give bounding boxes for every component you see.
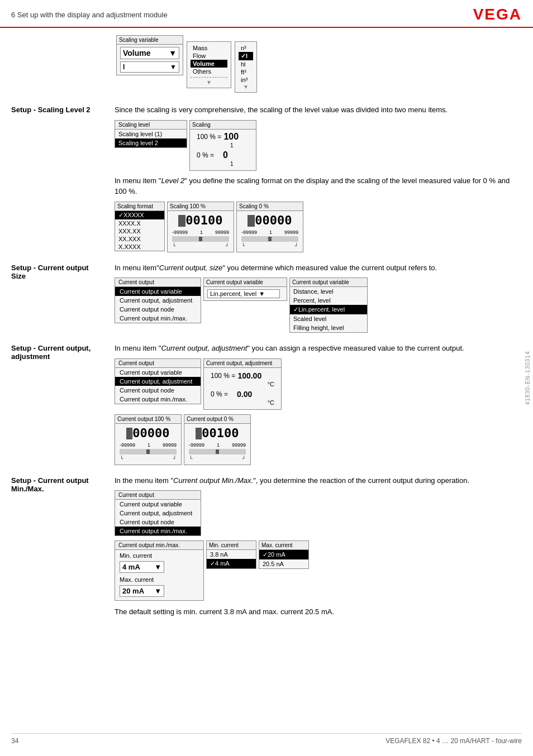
- variable-dropdown-content: Lin.percent, level ▼: [204, 287, 287, 300]
- scaling-level-box: Scaling level Scaling level (1) Scaling …: [115, 120, 187, 148]
- c0-min: -99999: [189, 442, 204, 448]
- adj-item-node[interactable]: Current output node: [115, 386, 201, 395]
- scaling-100-slider[interactable]: [172, 236, 229, 242]
- scaling-0-slider[interactable]: [241, 236, 298, 242]
- min-current-dropdown[interactable]: 4 mA ▼: [115, 560, 203, 574]
- adj-row2-unit: °C: [211, 399, 274, 406]
- min-current-option-38[interactable]: 3.8 nA: [207, 550, 256, 559]
- max-current-dropdown-box[interactable]: 20 mA ▼: [120, 585, 164, 597]
- units-content: n³ ✓l hl ft³ in³ ▼: [235, 42, 256, 92]
- scaling-format-boxes: Scaling format ✓XXXXX XXXX.X XXX.XX XX.X…: [115, 202, 522, 252]
- format-item-1[interactable]: XXXX.X: [115, 219, 164, 227]
- scaling-100-max: 99999: [215, 229, 229, 235]
- scaling-0-title: Scaling 0 %: [237, 202, 303, 211]
- scaling-level2-desc2: In menu item "Level 2" you define the sc…: [115, 175, 522, 197]
- scaling-variable-box: Scaling variable Volume ▼ I ▼: [116, 35, 183, 75]
- scaling-format-box: Scaling format ✓XXXXX XXXX.X XXX.XX XX.X…: [115, 202, 165, 251]
- menu-item-mass[interactable]: Mass: [191, 44, 227, 52]
- min-current-label: Min. current: [115, 550, 203, 560]
- c100-thumb: [146, 449, 150, 454]
- page-header: 6 Set up with the display and adjustment…: [0, 0, 533, 28]
- corner-0-br: ┘: [295, 243, 298, 248]
- section-body-current-output-size: In menu item"Current output, size" you d…: [115, 262, 522, 333]
- second-dropdown[interactable]: I ▼: [120, 61, 179, 73]
- current-output-item-minmax[interactable]: Current output min./max.: [115, 314, 201, 323]
- minmax-item-variable[interactable]: Current output variable: [115, 500, 201, 509]
- scaling-level-item1[interactable]: Scaling level (1): [115, 130, 187, 138]
- format-selected[interactable]: ✓XXXXX: [115, 211, 164, 219]
- min-current-option-4-selected[interactable]: ✓4 mA: [207, 559, 256, 568]
- minmax-item-minmax-selected[interactable]: Current output min./max.: [115, 527, 201, 535]
- c100-sub: 1: [147, 442, 150, 448]
- menu-item-flow[interactable]: Flow: [191, 52, 227, 60]
- formula-row2-sub: 1: [230, 161, 249, 167]
- current-0-slider-labels: -99999 1 99999: [189, 442, 246, 448]
- section-body-current-output-minmax: In the menu item "Current output Min./Ma…: [115, 475, 522, 622]
- scaling-variable-title: Scaling variable: [117, 36, 183, 45]
- current-output-adjustment-boxes: Current output Current output variable C…: [115, 358, 522, 410]
- scaling-0-min: -99999: [241, 229, 257, 235]
- volume-dropdown[interactable]: Volume ▼: [120, 47, 179, 59]
- format-item-2[interactable]: XXX.XX: [115, 227, 164, 235]
- variable-selector-value: Lin.percent, level: [210, 290, 256, 297]
- current-output-minmax-italic: Current output Min./Max.: [173, 476, 253, 485]
- scaling-level2-boxes: Scaling level Scaling level (1) Scaling …: [115, 120, 522, 171]
- var-list-item-linpercent-selected[interactable]: ✓Lin.percent, level: [290, 305, 367, 314]
- var-list-item-filling[interactable]: Filling height, level: [290, 323, 367, 332]
- max-current-dropdown[interactable]: 20 mA ▼: [115, 584, 203, 600]
- section-label-current-output-adjustment: Setup - Current output, adjustment: [11, 343, 115, 361]
- current-0-slider[interactable]: [189, 449, 246, 454]
- format-item-4[interactable]: X.XXXX: [115, 243, 164, 251]
- unit-in3[interactable]: in³: [239, 76, 253, 84]
- c100-corners: └┘: [120, 456, 177, 461]
- scaling-100-title: Scaling 100 %: [168, 202, 234, 211]
- minmax-item-node[interactable]: Current output node: [115, 518, 201, 527]
- var-list-item-distance[interactable]: Distance, level: [290, 287, 367, 296]
- max-current-option-205[interactable]: 20.5 nA: [259, 559, 308, 568]
- minmax-item-adjustment[interactable]: Current output, adjustment: [115, 509, 201, 518]
- current-100-slider[interactable]: [120, 449, 177, 454]
- section-label-current-output-size: Setup - Current output Size: [11, 262, 115, 280]
- adj-item-adjustment-selected[interactable]: Current output, adjustment: [115, 377, 201, 386]
- scaling-level-item2-selected[interactable]: Scaling level 2: [115, 138, 187, 147]
- unit-hl[interactable]: hl: [239, 60, 253, 68]
- menu-item-others[interactable]: Others: [191, 68, 227, 75]
- current-output-item-adjustment[interactable]: Current output, adjustment: [115, 296, 201, 305]
- plus-icon-0: ■: [248, 215, 255, 227]
- var-list-item-percent[interactable]: Percent, level: [290, 296, 367, 305]
- c0-thumb: [216, 449, 219, 454]
- adj-item-minmax[interactable]: Current output min./max.: [115, 395, 201, 404]
- unit-n3[interactable]: n³: [239, 44, 253, 52]
- corner-br: ┘: [226, 243, 229, 248]
- product-name: VEGAFLEX 82 • 4 … 20 mA/HART - four-wire: [386, 737, 522, 745]
- min-current-dropdown-box[interactable]: 4 mA ▼: [120, 561, 164, 573]
- current-output-item-variable-selected[interactable]: Current output variable: [115, 287, 201, 296]
- variable-selector-arrow: ▼: [259, 290, 265, 297]
- plus-icon-100: ■: [178, 215, 185, 227]
- current-100-box: Current output 100 % ■00000 -99999 1 999…: [115, 414, 182, 465]
- vega-logo: VEGA: [473, 6, 522, 23]
- menu-item-volume[interactable]: Volume: [191, 60, 227, 68]
- unit-l[interactable]: ✓l: [239, 52, 253, 60]
- max-current-option-20-selected[interactable]: ✓20 mA: [259, 550, 308, 559]
- min-current-selection-box: Min. current 3.8 nA ✓4 mA: [206, 540, 256, 569]
- variable-selector[interactable]: Lin.percent, level ▼: [207, 289, 280, 298]
- format-item-3[interactable]: XX.XXX: [115, 235, 164, 243]
- current-output-item-node[interactable]: Current output node: [115, 305, 201, 314]
- page-title: 6 Set up with the display and adjustment…: [11, 11, 168, 19]
- minmax-config-title: Current output min./max.: [115, 541, 203, 550]
- page-footer: 34 VEGAFLEX 82 • 4 … 20 mA/HART - four-w…: [11, 733, 522, 745]
- var-list-item-scaled[interactable]: Scaled level: [290, 314, 367, 323]
- adj-formula-row1: 100 % = 100.00: [211, 371, 274, 380]
- volume-dropdown-arrow: ▼: [169, 49, 177, 58]
- formula-row1: 100 % = 100: [197, 132, 249, 142]
- page-number: 34: [11, 737, 18, 745]
- current-output-size-desc: In menu item"Current output, size" you d…: [115, 262, 522, 274]
- current-output-minmax-title: Current output: [115, 491, 201, 500]
- unit-ft3[interactable]: ft³: [239, 68, 253, 76]
- adj-item-variable[interactable]: Current output variable: [115, 368, 201, 377]
- current-output-size-boxes: Current output Current output variable C…: [115, 277, 522, 333]
- current-output-box: Current output Current output variable C…: [115, 277, 201, 323]
- current-output-adj-title: Current output: [115, 359, 201, 368]
- scaling-format-title: Scaling format: [115, 202, 164, 211]
